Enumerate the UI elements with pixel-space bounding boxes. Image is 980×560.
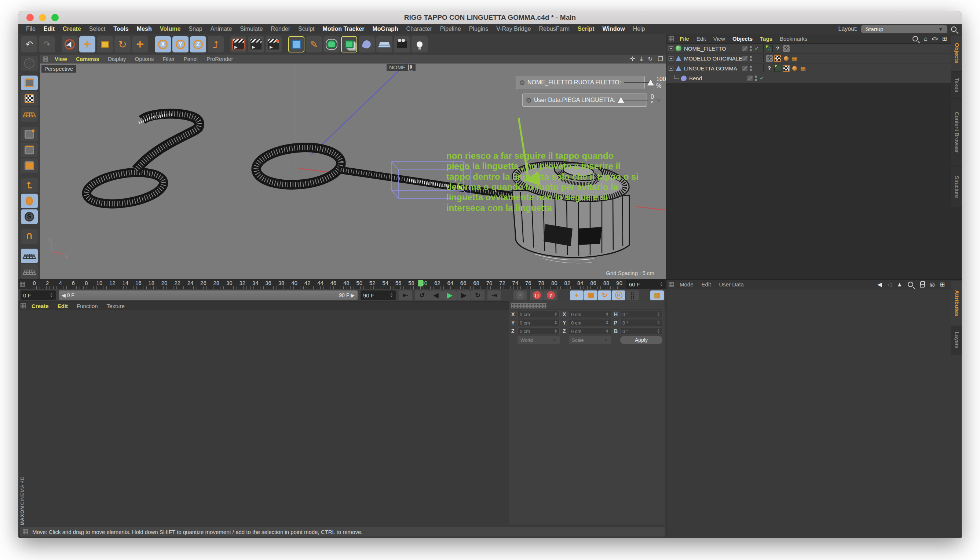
timeline-menu-item[interactable]: Create — [27, 303, 53, 309]
move-tool[interactable]: ✛ — [79, 36, 95, 52]
object-row-modello-originale[interactable]: − MODELLO ORIGINALE ? ▦ — [667, 53, 951, 63]
viewport-canvas[interactable]: Perspective NOME 0 NOME_FILETTO.RUOTA FI… — [40, 63, 666, 279]
chevron-down-icon[interactable]: ▽ — [657, 98, 660, 103]
xpresso-tag-icon[interactable]: ∴ — [774, 65, 781, 72]
range-start-field[interactable]: 0 F ⇕ — [20, 290, 56, 300]
ruler-tick[interactable]: 86 — [587, 280, 600, 289]
ruler-tick[interactable]: 46 — [327, 280, 340, 289]
visibility-dots[interactable] — [750, 56, 752, 61]
menu-item[interactable]: Character — [402, 26, 436, 32]
ruler-tick[interactable]: 16 — [132, 280, 145, 289]
home-icon[interactable]: ⌂ — [924, 35, 928, 42]
menu-item[interactable]: Motion Tracker — [319, 26, 368, 32]
ruler-tick[interactable]: 80 — [548, 280, 561, 289]
go-to-start-button[interactable]: ⇤ — [399, 290, 412, 300]
ruler-tick[interactable]: 6 — [67, 280, 80, 289]
range-end-field[interactable]: 90 F ⇕ — [360, 290, 396, 300]
visibility-dots[interactable] — [750, 46, 752, 51]
hud-slider-ruota-filetto[interactable]: NOME_FILETTO.RUOTA FILETTO: 100 % ▽ — [516, 76, 645, 89]
menu-item[interactable]: Window — [598, 26, 628, 32]
object-manager-menu-item[interactable]: Objects — [729, 35, 756, 42]
hud-slider-track[interactable] — [618, 100, 648, 100]
next-frame-button[interactable]: ▶ — [457, 290, 470, 300]
ruler-tick[interactable]: 62 — [431, 280, 444, 289]
tab-layers[interactable]: Layers — [951, 326, 962, 355]
object-manager-menu-item[interactable]: Bookmarks — [776, 35, 811, 42]
ruler-tick[interactable]: 48 — [340, 280, 353, 289]
timeline-ruler[interactable]: 0246810121416182022242628303234363840424… — [18, 279, 666, 289]
ruler-tick[interactable]: 88 — [600, 280, 612, 289]
panel-grip[interactable] — [23, 529, 28, 534]
viewport-maximize-icon[interactable]: ❐ — [658, 55, 663, 62]
hud-slider-handle[interactable] — [618, 97, 624, 103]
ruler-tick[interactable]: 54 — [379, 280, 392, 289]
viewport-menu-item[interactable]: ProRender — [202, 56, 238, 62]
ruler-tick[interactable]: 56 — [392, 280, 405, 289]
phong-tag-icon[interactable] — [791, 65, 798, 72]
viewport-pan-icon[interactable]: ✛ — [630, 55, 635, 62]
object-name[interactable]: NOME_FILETTO — [684, 45, 742, 52]
menu-item[interactable]: Select — [85, 26, 109, 32]
scale-z-field[interactable]: 0 cm⇕ — [569, 327, 611, 335]
ruler-tick[interactable]: 2 — [41, 280, 53, 289]
rot-p-field[interactable]: 0 °⇕ — [620, 319, 662, 327]
rotate-tool[interactable]: ↻ — [115, 36, 130, 52]
go-to-end-button[interactable]: ⇥ — [487, 290, 501, 300]
menu-item[interactable]: Render — [267, 26, 294, 32]
menu-item[interactable]: Snap — [185, 26, 206, 32]
search-icon[interactable] — [951, 27, 957, 32]
viewport-menu-item[interactable]: View — [50, 56, 72, 62]
ruler-tick[interactable]: 76 — [522, 280, 535, 289]
timeline-menu-item[interactable]: Function — [72, 303, 102, 309]
object-manager-menu-item[interactable]: View — [710, 35, 729, 42]
keyframe-presets-button[interactable]: ▥ — [650, 290, 664, 300]
object-row-linguetta-gomma[interactable]: − LINGUETTA GOMMA ? ∴ ▦ — [667, 63, 951, 73]
ruler-tick[interactable]: 52 — [366, 280, 378, 289]
snap-magnet-button[interactable]: ∪ — [21, 229, 38, 244]
ruler-tick[interactable]: 64 — [444, 280, 457, 289]
panel-grip[interactable] — [43, 57, 48, 62]
object-manager-menu-item[interactable]: File — [676, 35, 693, 42]
make-editable-button[interactable] — [21, 56, 38, 71]
ruler-tick[interactable]: 10 — [93, 280, 106, 289]
timeline-ruler-labels[interactable]: 0246810121416182022242628303234363840424… — [28, 280, 626, 289]
attr-menu-mode[interactable]: Mode — [676, 281, 697, 288]
menu-item[interactable]: MoGraph — [368, 26, 402, 32]
menu-item[interactable]: Animate — [207, 26, 236, 32]
menu-item[interactable]: Sculpt — [294, 26, 318, 32]
menu-item[interactable]: Script — [573, 26, 598, 32]
timeline-tracks[interactable]: MAXONCINEMA 4D ‒‒ ‒‒ ‒‒ X0 cm⇕ X0 cm⇕ — [18, 310, 666, 526]
ruler-tick[interactable]: 18 — [145, 280, 158, 289]
ruler-tick[interactable]: 28 — [210, 280, 223, 289]
collapse-icon[interactable]: − — [668, 56, 673, 61]
tab-attributes[interactable]: Attributes — [951, 281, 962, 325]
tweak-mode-button[interactable] — [21, 193, 38, 208]
ruler-tick[interactable]: 36 — [262, 280, 275, 289]
menu-item[interactable]: Create — [59, 26, 85, 32]
render-picture-viewer-button[interactable] — [248, 36, 264, 52]
arrow-up-icon[interactable]: ▲ — [897, 281, 903, 288]
texture-tag-icon[interactable] — [774, 55, 781, 62]
add-subdivision-surface-button[interactable] — [323, 36, 340, 52]
object-row-nome-filetto[interactable]: + NOME_FILETTO ✓ ∴ ? ? — [667, 43, 951, 53]
ruler-tick[interactable]: 82 — [561, 280, 573, 289]
tab-structure[interactable]: Structure — [951, 167, 962, 207]
attribute-manager-body[interactable] — [667, 289, 962, 538]
y-axis-lock-button[interactable]: Y — [172, 36, 188, 52]
ruler-tick[interactable]: 84 — [573, 280, 587, 289]
add-spline-pen-button[interactable]: ✎ — [306, 36, 322, 52]
ruler-tick[interactable]: 32 — [236, 280, 249, 289]
stepper-icon[interactable]: ⇕ — [390, 293, 393, 298]
unknown-tag-icon[interactable]: ? — [766, 65, 773, 72]
ruler-tick[interactable]: 0 — [28, 280, 41, 289]
menu-item[interactable]: Pipeline — [436, 26, 465, 32]
undo-button[interactable]: ↶ — [21, 36, 37, 52]
ruler-tick[interactable]: 70 — [483, 280, 495, 289]
xpresso-tag-icon[interactable]: ∴ — [766, 45, 773, 52]
tab-objects[interactable]: Objects — [951, 35, 962, 71]
hud-slider-piega-linguetta[interactable]: User Data.PIEGA LINGUETTA: 0 ° ▽ — [522, 93, 647, 107]
viewport-dolly-icon[interactable]: ⤓ — [640, 55, 643, 62]
rot-b-field[interactable]: 0 °⇕ — [620, 327, 662, 335]
menu-item[interactable]: Help — [629, 26, 649, 32]
object-manager-menu-item[interactable]: Edit — [693, 35, 710, 42]
